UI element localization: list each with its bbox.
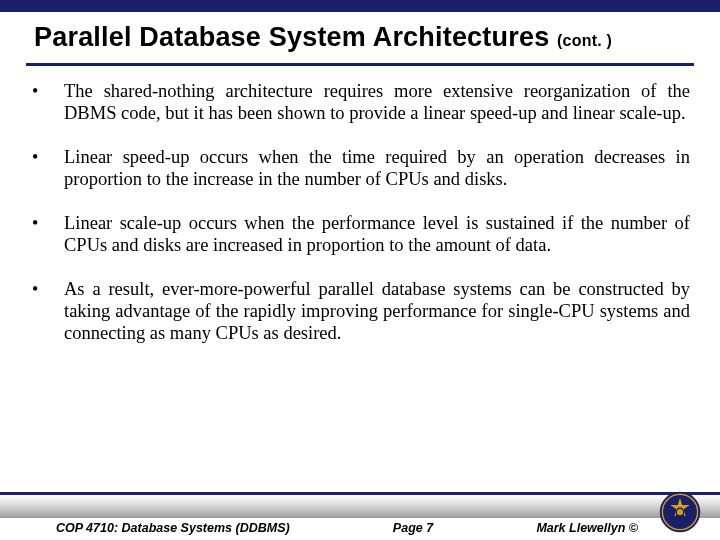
bullet-marker: • bbox=[30, 212, 64, 256]
footer-gradient bbox=[0, 492, 720, 518]
bullet-marker: • bbox=[30, 146, 64, 190]
bullet-item: • Linear scale-up occurs when the perfor… bbox=[30, 212, 690, 256]
bullet-text: Linear speed-up occurs when the time req… bbox=[64, 146, 690, 190]
bullet-item: • As a result, ever-more-powerful parall… bbox=[30, 278, 690, 344]
footer-course: COP 4710: Database Systems (DDBMS) bbox=[56, 521, 290, 535]
slide-title: Parallel Database System Architectures (… bbox=[34, 22, 690, 53]
content-area: • The shared-nothing architecture requir… bbox=[0, 66, 720, 344]
footer-text-bar: COP 4710: Database Systems (DDBMS) Page … bbox=[0, 516, 720, 540]
title-continued: (cont. ) bbox=[557, 32, 612, 49]
footer: COP 4710: Database Systems (DDBMS) Page … bbox=[0, 492, 720, 540]
top-accent-bar bbox=[0, 0, 720, 12]
footer-page: Page 7 bbox=[290, 521, 537, 535]
bullet-text: Linear scale-up occurs when the performa… bbox=[64, 212, 690, 256]
bullet-item: • Linear speed-up occurs when the time r… bbox=[30, 146, 690, 190]
svg-point-3 bbox=[677, 509, 683, 515]
bullet-text: The shared-nothing architecture requires… bbox=[64, 80, 690, 124]
bullet-text: As a result, ever-more-powerful parallel… bbox=[64, 278, 690, 344]
title-container: Parallel Database System Architectures (… bbox=[0, 12, 720, 57]
bullet-item: • The shared-nothing architecture requir… bbox=[30, 80, 690, 124]
bullet-marker: • bbox=[30, 80, 64, 124]
title-main: Parallel Database System Architectures bbox=[34, 22, 549, 52]
footer-author: Mark Llewellyn © bbox=[536, 521, 648, 535]
bullet-marker: • bbox=[30, 278, 64, 344]
